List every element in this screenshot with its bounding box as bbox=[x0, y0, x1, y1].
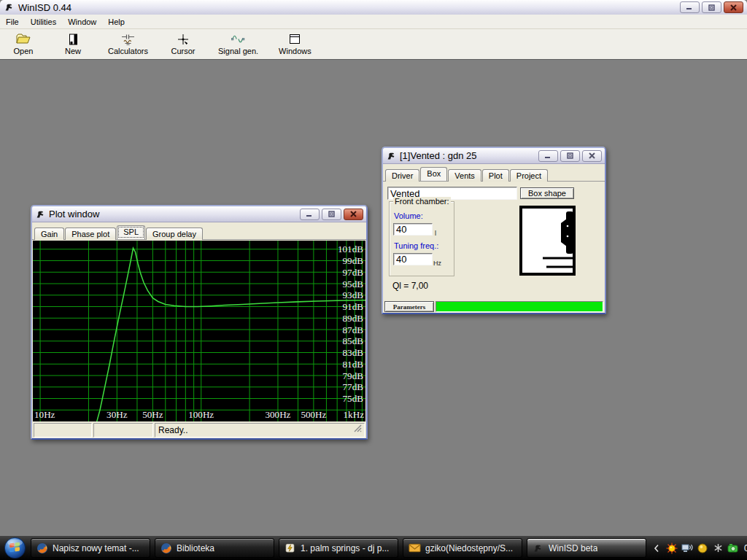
parameters-button[interactable]: Parameters bbox=[384, 301, 434, 312]
firefox-icon bbox=[160, 542, 172, 554]
taskbar-button-1-palm-springs-dj-p[interactable]: 1. palm springs - dj p... bbox=[279, 538, 398, 558]
windows-list-icon bbox=[289, 31, 301, 47]
tab-spl[interactable]: SPL bbox=[117, 225, 145, 239]
winisd-window-icon bbox=[386, 150, 397, 161]
x-axis-label: 1kHz bbox=[344, 409, 365, 420]
x-axis-label: 300Hz bbox=[265, 409, 290, 420]
plot-minimize-button[interactable] bbox=[300, 209, 320, 220]
vented-restore-button[interactable] bbox=[560, 150, 580, 162]
y-axis-label: 95dB bbox=[343, 279, 364, 289]
x-axis-label: 100Hz bbox=[188, 409, 214, 420]
toolbar-button-signal-gen[interactable]: Signal gen. bbox=[214, 31, 263, 55]
toolbar-button-label: Windows bbox=[279, 47, 311, 55]
toolbar-button-label: Cursor bbox=[171, 47, 196, 55]
x-axis-label: 500Hz bbox=[301, 409, 326, 420]
y-axis-label: 97dB bbox=[343, 267, 364, 278]
vented-window: [1]Vented : gdn 25 DriverBoxVentsPlotPro… bbox=[382, 147, 606, 314]
y-axis-label: 93dB bbox=[343, 289, 364, 300]
volume-input[interactable] bbox=[393, 223, 433, 236]
display-audio-icon[interactable] bbox=[681, 542, 693, 554]
winisd-window-icon bbox=[35, 209, 46, 219]
tab-driver[interactable]: Driver bbox=[385, 169, 419, 182]
winisd-icon bbox=[533, 542, 544, 554]
tab-project[interactable]: Project bbox=[510, 169, 548, 182]
plot-window-title: Plot window bbox=[49, 209, 99, 219]
sun-icon[interactable] bbox=[666, 542, 678, 554]
vented-minimize-button[interactable] bbox=[538, 150, 558, 162]
calculators-icon bbox=[120, 31, 136, 47]
vented-close-button[interactable] bbox=[582, 150, 602, 162]
open-folder-icon bbox=[16, 31, 31, 47]
start-button[interactable] bbox=[4, 537, 26, 559]
status-panel-2 bbox=[93, 423, 153, 438]
tab-group-delay[interactable]: Group delay bbox=[146, 228, 203, 240]
task-button-area: Napisz nowy temat -...Biblioteka1. palm … bbox=[31, 538, 646, 558]
mail-icon bbox=[409, 542, 421, 554]
toolbar-button-new[interactable]: New bbox=[54, 31, 92, 55]
toolbar-button-cursor[interactable]: Cursor bbox=[164, 31, 202, 55]
taskbar-button-winisd-beta[interactable]: WinISD beta bbox=[527, 538, 646, 558]
taskbar: Napisz nowy temat -...Biblioteka1. palm … bbox=[0, 536, 747, 560]
close-button[interactable] bbox=[724, 1, 743, 13]
tab-vents[interactable]: Vents bbox=[448, 169, 481, 182]
volume-unit: l bbox=[435, 230, 436, 237]
taskbar-button-label: Biblioteka bbox=[177, 543, 214, 553]
plot-window: Plot window GainPhase plotSPLGroup delay… bbox=[31, 205, 368, 440]
clock: 09:20 bbox=[744, 543, 747, 553]
toolbar-button-windows[interactable]: Windows bbox=[274, 31, 316, 55]
tab-plot[interactable]: Plot bbox=[482, 169, 509, 182]
minimize-button[interactable] bbox=[680, 1, 700, 13]
toolbar-button-calculators[interactable]: Calculators bbox=[104, 31, 152, 55]
toolbar: OpenNewCalculatorsCursorSignal gen.Windo… bbox=[0, 29, 747, 61]
vented-window-titlebar[interactable]: [1]Vented : gdn 25 bbox=[383, 148, 605, 164]
green-clock-icon[interactable] bbox=[727, 542, 739, 554]
box-tab-content: Box shape Front chamber: Volume: l Tunin… bbox=[383, 182, 605, 300]
spl-chart-svg: 10Hz30Hz50Hz100Hz300Hz500Hz1kHz101dB99dB… bbox=[33, 241, 365, 421]
y-axis-label: 99dB bbox=[343, 255, 364, 266]
status-panel-ready: Ready.. bbox=[155, 423, 365, 438]
front-chamber-groupbox: Front chamber: Volume: l Tuning freq.: H… bbox=[389, 201, 454, 276]
vented-bottom-strip: Parameters bbox=[383, 300, 605, 313]
mdi-area: Plot window GainPhase plotSPLGroup delay… bbox=[0, 59, 747, 536]
taskbar-button-gziko-niedostępny-s[interactable]: gziko(Niedostępny/S... bbox=[403, 538, 522, 558]
toolbar-button-open[interactable]: Open bbox=[4, 31, 42, 55]
toolbar-button-label: Calculators bbox=[108, 47, 148, 55]
restore-button[interactable] bbox=[702, 1, 721, 13]
y-axis-label: 81dB bbox=[343, 359, 364, 370]
box-shape-button[interactable]: Box shape bbox=[520, 187, 574, 199]
menu-file[interactable]: File bbox=[0, 15, 25, 28]
front-chamber-title: Front chamber: bbox=[393, 197, 451, 206]
gg-ball-icon[interactable] bbox=[697, 542, 708, 554]
new-document-icon bbox=[69, 31, 78, 47]
tab-phase-plot[interactable]: Phase plot bbox=[65, 228, 116, 240]
app-titlebar[interactable]: WinISD 0.44 bbox=[0, 0, 747, 15]
resize-grip[interactable] bbox=[354, 424, 362, 435]
taskbar-button-napisz-nowy-temat[interactable]: Napisz nowy temat -... bbox=[31, 538, 150, 558]
taskbar-button-label: gziko(Niedostępny/S... bbox=[425, 543, 513, 553]
plot-tab-bar: GainPhase plotSPLGroup delay bbox=[32, 222, 366, 240]
vented-tab-bar: DriverBoxVentsPlotProject bbox=[383, 164, 605, 182]
menu-window[interactable]: Window bbox=[62, 15, 102, 28]
menu-help[interactable]: Help bbox=[102, 15, 131, 28]
spl-chart: 10Hz30Hz50Hz100Hz300Hz500Hz1kHz101dB99dB… bbox=[33, 241, 365, 421]
y-axis-label: 85dB bbox=[343, 335, 364, 346]
plot-window-titlebar[interactable]: Plot window bbox=[32, 206, 366, 222]
toolbar-button-label: New bbox=[65, 47, 81, 55]
tuning-freq-unit: Hz bbox=[433, 260, 441, 267]
plot-restore-button[interactable] bbox=[322, 209, 341, 220]
plot-statusbar: Ready.. bbox=[32, 422, 366, 438]
menu-bar: FileUtilitiesWindowHelp bbox=[0, 15, 747, 29]
app-title: WinISD 0.44 bbox=[18, 2, 71, 13]
tuning-freq-input[interactable] bbox=[393, 253, 433, 265]
taskbar-button-biblioteka[interactable]: Biblioteka bbox=[155, 538, 274, 558]
x-axis-label: 30Hz bbox=[107, 409, 128, 420]
solution-progress-bar bbox=[436, 301, 603, 312]
plot-close-button[interactable] bbox=[344, 209, 363, 220]
menu-utilities[interactable]: Utilities bbox=[25, 15, 62, 28]
tab-gain[interactable]: Gain bbox=[34, 228, 64, 240]
snowflake-icon[interactable] bbox=[712, 542, 724, 554]
taskbar-button-label: Napisz nowy temat -... bbox=[53, 543, 139, 553]
chevron-left-icon[interactable] bbox=[651, 542, 662, 554]
y-axis-label: 101dB bbox=[338, 244, 363, 254]
tab-box[interactable]: Box bbox=[420, 167, 447, 181]
